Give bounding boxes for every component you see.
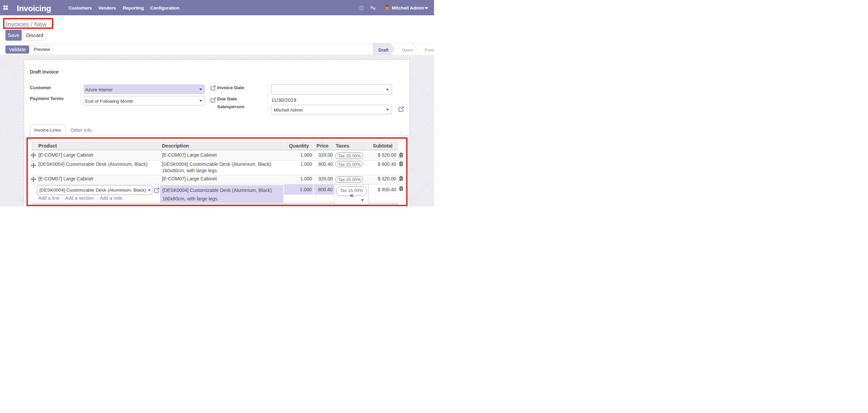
svg-text:Open: Open	[402, 47, 413, 53]
svg-text:Paid: Paid	[425, 47, 434, 53]
svg-text:Draft: Draft	[378, 47, 389, 53]
